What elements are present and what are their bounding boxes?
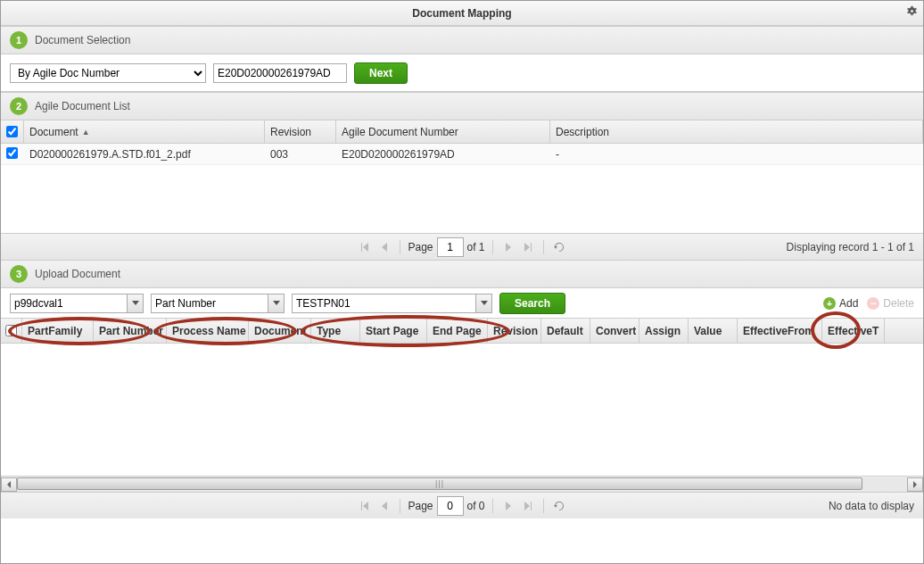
select-all-checkbox[interactable] <box>6 126 18 137</box>
chevron-down-icon[interactable] <box>475 294 491 312</box>
table-row[interactable]: D020000261979.A.STD.f01_2.pdf 003 E20D02… <box>1 144 923 165</box>
page-input-2[interactable] <box>437 496 464 516</box>
step3-title: Upload Document <box>35 268 120 280</box>
col-effectiveto[interactable]: EffectiveT <box>822 319 885 343</box>
prev-page-icon[interactable] <box>376 498 392 514</box>
cell-agile-doc-number: E20D020000261979AD <box>336 148 550 161</box>
prev-page-icon[interactable] <box>376 239 392 255</box>
combo-partfamily-input[interactable] <box>10 294 144 313</box>
next-page-icon[interactable] <box>500 239 516 255</box>
step1-header: 1 Document Selection <box>1 26 923 54</box>
refresh-icon[interactable] <box>551 239 567 255</box>
chevron-down-icon[interactable] <box>268 294 284 312</box>
col-revision2[interactable]: Revision <box>488 319 541 343</box>
paging-status: Displaying record 1 - 1 of 1 <box>787 241 914 253</box>
plus-icon: + <box>823 297 836 310</box>
refresh-icon[interactable] <box>551 498 567 514</box>
page-label: Page <box>408 241 433 253</box>
step3-number: 3 <box>10 265 28 283</box>
upload-toolbar: Search + Add − Delete <box>1 288 923 319</box>
upload-grid-body <box>1 344 923 476</box>
page-total: of 1 <box>467 241 485 253</box>
col-startpage[interactable]: Start Page <box>360 319 427 343</box>
cell-description: - <box>550 148 923 161</box>
page-total-2: of 0 <box>467 500 485 512</box>
step2-number: 2 <box>10 97 28 115</box>
scroll-track[interactable]: ||| <box>17 477 907 492</box>
combo-partfamily[interactable] <box>10 294 144 313</box>
scroll-left-icon[interactable] <box>1 477 17 492</box>
step1-number: 1 <box>10 31 28 49</box>
page-label: Page <box>408 500 433 512</box>
scroll-thumb[interactable]: ||| <box>17 477 862 490</box>
settings-icon[interactable] <box>905 4 918 20</box>
doc-list-paging: Page of 1 Displaying record 1 - 1 of 1 <box>1 233 923 260</box>
first-page-icon[interactable] <box>357 498 373 514</box>
next-page-icon[interactable] <box>500 498 516 514</box>
col-type[interactable]: Type <box>311 319 360 343</box>
first-page-icon[interactable] <box>357 239 373 255</box>
upload-paging: Page of 0 No data to display <box>1 492 923 518</box>
col-convert[interactable]: Convert <box>590 319 639 343</box>
doc-list-body: D020000261979.A.STD.f01_2.pdf 003 E20D02… <box>1 144 923 233</box>
col-document[interactable]: Document ▲ <box>24 120 265 143</box>
selection-mode-dropdown[interactable]: By Agile Doc Number <box>10 63 206 83</box>
cell-document: D020000261979.A.STD.f01_2.pdf <box>24 148 265 161</box>
page-title: Document Mapping <box>412 7 511 20</box>
col-document2[interactable]: Document <box>249 319 311 343</box>
search-button[interactable]: Search <box>499 293 565 314</box>
step2-header: 2 Agile Document List <box>1 92 923 120</box>
select-all-checkbox-2[interactable] <box>5 325 17 336</box>
sort-asc-icon: ▲ <box>82 128 90 137</box>
col-partfamily[interactable]: PartFamily <box>22 319 94 343</box>
col-revision[interactable]: Revision <box>265 120 336 143</box>
last-page-icon[interactable] <box>520 239 536 255</box>
delete-button: − Delete <box>867 297 914 310</box>
upload-grid-header: PartFamily Part Number Process Name Docu… <box>1 319 923 344</box>
cell-revision: 003 <box>265 148 336 161</box>
combo-searchby-input[interactable] <box>151 294 285 313</box>
combo-searchby[interactable] <box>151 294 285 313</box>
step1-title: Document Selection <box>35 34 130 46</box>
col-assign[interactable]: Assign <box>639 319 689 343</box>
doc-number-input[interactable] <box>213 63 347 83</box>
col-processname[interactable]: Process Name <box>167 319 249 343</box>
row-checkbox[interactable] <box>6 147 18 159</box>
col-default[interactable]: Default <box>541 319 590 343</box>
scroll-right-icon[interactable] <box>907 477 923 492</box>
step1-body: By Agile Doc Number Next <box>1 54 923 92</box>
next-button[interactable]: Next <box>354 62 408 84</box>
horizontal-scrollbar[interactable]: ||| <box>1 476 923 492</box>
col-effectivefrom[interactable]: EffectiveFrom <box>738 319 822 343</box>
step2-title: Agile Document List <box>35 100 130 112</box>
add-button[interactable]: + Add <box>823 297 858 310</box>
minus-icon: − <box>867 297 879 310</box>
col-agile-doc-number[interactable]: Agile Document Number <box>336 120 550 143</box>
col-partnumber[interactable]: Part Number <box>94 319 167 343</box>
combo-partnumber-input[interactable] <box>292 294 492 313</box>
paging-status-2: No data to display <box>829 500 914 512</box>
doc-list-header: Document ▲ Revision Agile Document Numbe… <box>1 120 923 144</box>
col-endpage[interactable]: End Page <box>427 319 488 343</box>
last-page-icon[interactable] <box>520 498 536 514</box>
title-bar: Document Mapping <box>1 1 923 26</box>
page-input[interactable] <box>437 237 464 257</box>
chevron-down-icon[interactable] <box>127 294 143 312</box>
header-checkbox-cell <box>1 120 24 143</box>
step3-header: 3 Upload Document <box>1 260 923 288</box>
col-description[interactable]: Description <box>550 120 923 143</box>
combo-partnumber[interactable] <box>292 294 492 313</box>
col-value[interactable]: Value <box>689 319 738 343</box>
